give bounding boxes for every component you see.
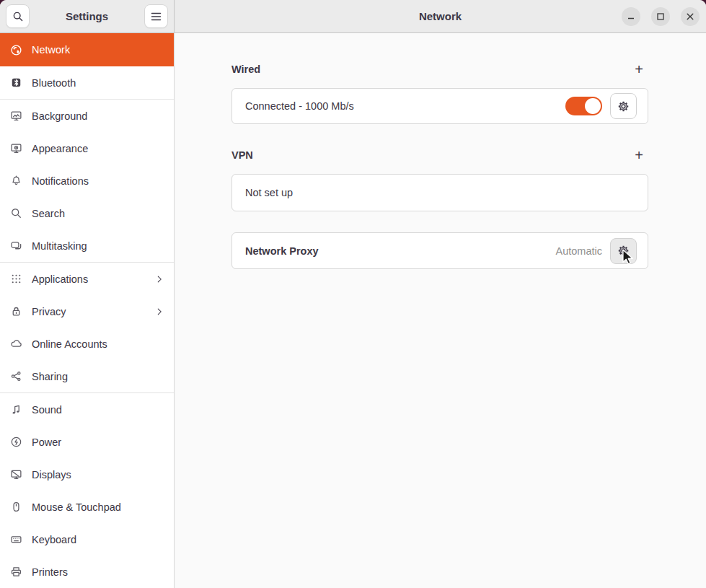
mouse-icon [10, 501, 22, 513]
vpn-section-title: VPN [231, 149, 253, 161]
primary-menu-button[interactable] [144, 4, 168, 28]
sidebar-item-label: Privacy [32, 306, 66, 317]
sidebar-item-label: Sound [32, 404, 62, 416]
sidebar-item-power[interactable]: Power [0, 426, 174, 458]
network-proxy-row: Network Proxy Automatic [231, 232, 648, 269]
network-proxy-value: Automatic [556, 245, 602, 257]
titlebar-right: Network [175, 0, 706, 33]
sidebar-item-label: Printers [32, 566, 68, 578]
sidebar-item-label: Online Accounts [32, 338, 107, 350]
sidebar-item-label: Mouse & Touchpad [32, 501, 121, 513]
vpn-status-text: Not set up [245, 187, 637, 198]
sidebar-item-label: Search [32, 208, 65, 219]
sidebar-item-label: Sharing [32, 371, 68, 382]
minimize-button[interactable] [622, 7, 640, 26]
sidebar-item-notifications[interactable]: Notifications [0, 164, 174, 197]
sidebar-item-printers[interactable]: Printers [0, 556, 174, 588]
sidebar: Network Bluetooth Background Appeara [0, 33, 175, 588]
window-controls [622, 0, 700, 32]
lock-icon [10, 305, 22, 317]
add-vpn-button[interactable]: + [630, 146, 648, 164]
sidebar-item-applications[interactable]: Applications [0, 263, 174, 295]
sidebar-item-label: Appearance [32, 143, 88, 154]
wired-connection-status: Connected - 1000 Mb/s [245, 100, 565, 112]
app-title: Settings [66, 10, 108, 22]
close-icon [686, 12, 694, 21]
sidebar-item-label: Bluetooth [32, 77, 76, 89]
display-icon [10, 468, 22, 481]
bluetooth-icon [10, 76, 22, 89]
bell-icon [10, 175, 22, 187]
sidebar-item-background[interactable]: Background [0, 100, 174, 132]
titlebar: Settings Network [0, 0, 706, 33]
wired-section-header: Wired + [231, 60, 648, 79]
sidebar-item-label: Multitasking [32, 240, 87, 252]
network-panel: Wired + Connected - 1000 Mb/s VPN + Not … [175, 33, 706, 588]
search-icon [12, 11, 24, 22]
monitor-eye-icon [10, 142, 22, 154]
gear-icon [617, 244, 630, 258]
wired-settings-button[interactable] [610, 93, 637, 119]
sidebar-item-sound[interactable]: Sound [0, 393, 174, 426]
sidebar-item-privacy[interactable]: Privacy [0, 295, 174, 328]
sidebar-item-label: Background [32, 110, 87, 122]
maximize-button[interactable] [651, 7, 670, 26]
chevron-right-icon [154, 274, 164, 284]
sidebar-item-label: Notifications [32, 175, 89, 187]
close-button[interactable] [681, 7, 700, 26]
search-button[interactable] [6, 4, 30, 28]
network-proxy-label: Network Proxy [245, 245, 556, 257]
toggle-knob [585, 98, 601, 114]
keyboard-icon [10, 533, 22, 545]
music-note-icon [10, 403, 22, 416]
wired-toggle[interactable] [565, 97, 602, 115]
sidebar-item-displays[interactable]: Displays [0, 458, 174, 491]
sidebar-item-mouse-touchpad[interactable]: Mouse & Touchpad [0, 491, 174, 523]
sidebar-item-appearance[interactable]: Appearance [0, 132, 174, 164]
chevron-right-icon [154, 307, 164, 317]
wired-section-title: Wired [231, 63, 260, 75]
minimize-icon [627, 12, 635, 21]
sidebar-item-multitasking[interactable]: Multitasking [0, 229, 174, 262]
windows-icon [10, 240, 22, 252]
power-bolt-icon [10, 436, 22, 448]
sidebar-item-label: Keyboard [32, 534, 76, 545]
magnifier-icon [10, 207, 22, 219]
titlebar-left: Settings [0, 0, 175, 33]
grid-icon [10, 273, 22, 285]
maximize-icon [656, 12, 665, 21]
printer-icon [10, 566, 22, 578]
sidebar-item-sharing[interactable]: Sharing [0, 360, 174, 392]
vpn-section-header: VPN + [231, 146, 648, 164]
page-title: Network [419, 10, 462, 22]
sidebar-item-label: Network [32, 44, 70, 56]
sidebar-item-keyboard[interactable]: Keyboard [0, 523, 174, 556]
monitor-picture-icon [10, 110, 22, 122]
globe-icon [10, 44, 22, 56]
gear-icon [617, 100, 630, 113]
sidebar-item-bluetooth[interactable]: Bluetooth [0, 66, 174, 99]
sidebar-item-label: Displays [32, 469, 71, 481]
sidebar-item-search[interactable]: Search [0, 197, 174, 229]
share-nodes-icon [10, 370, 22, 382]
sidebar-item-label: Applications [32, 273, 88, 285]
wired-connection-row: Connected - 1000 Mb/s [231, 88, 648, 124]
add-wired-connection-button[interactable]: + [630, 60, 648, 79]
cloud-icon [10, 338, 22, 350]
network-proxy-settings-button[interactable] [610, 238, 637, 264]
sidebar-item-online-accounts[interactable]: Online Accounts [0, 328, 174, 360]
sidebar-item-network[interactable]: Network [0, 33, 174, 66]
settings-window: Settings Network [0, 0, 706, 588]
vpn-status-row: Not set up [231, 174, 648, 211]
sidebar-item-label: Power [32, 436, 61, 448]
hamburger-menu-icon [151, 12, 162, 21]
